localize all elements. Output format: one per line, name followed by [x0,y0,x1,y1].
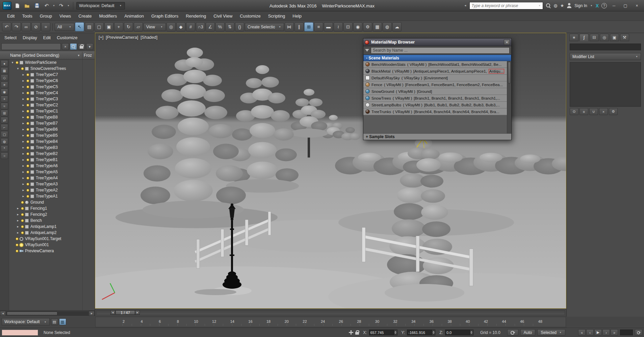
open-file-icon[interactable] [23,2,31,10]
x-coordinate-field[interactable] [369,330,397,335]
scene-tree-row[interactable]: ► TreeTypeA2 [9,187,95,193]
curve-editor-icon[interactable]: ≀ [334,22,343,31]
scene-tree-row[interactable]: ► TreeTypeB5 [9,132,95,138]
scene-tree-row[interactable]: ► TreeTypeA3 [9,181,95,187]
scene-tree-row[interactable]: VRaySun001 [9,242,95,248]
material-map-browser[interactable]: Material/Map Browser × - Scene Materials… [363,38,512,140]
expand-arrow-icon[interactable]: ► [21,134,25,137]
visibility-bulb-icon[interactable] [21,225,24,228]
scene-tree-row[interactable]: ► TreeTypeB8 [9,114,95,120]
scene-tree-row[interactable]: ► AntiqueLamp1 [9,224,95,230]
tab-display[interactable]: ▣ [610,34,619,41]
visibility-bulb-icon[interactable] [26,98,29,101]
visibility-bulb-icon[interactable] [26,122,29,125]
display-xrefs-icon[interactable]: ⇄ [1,117,8,124]
visibility-bulb-icon[interactable] [26,134,29,137]
key-filter-dropdown[interactable]: Selected ▾ [537,329,565,336]
selection-lock-icon[interactable] [355,332,359,335]
scene-tree-row[interactable]: ► TreeTypeB1 [9,157,95,163]
auto-key-button[interactable]: Auto [520,329,536,336]
selection-filter-dropdown[interactable]: All ▾ [55,23,74,31]
display-hidden-icon[interactable]: ○ [1,152,8,159]
menu-item[interactable]: Scripting [264,12,289,20]
display-cameras-icon[interactable]: ◉ [1,88,8,95]
menu-item[interactable]: Modifiers [95,12,121,20]
render-production-icon[interactable]: ◍ [383,22,392,31]
material-row[interactable]: BlackMetal ( VRayMtl ) [AntiqueLampPiece… [363,68,511,75]
align-icon[interactable]: ∥ [294,22,304,31]
current-frame-field[interactable] [620,330,633,335]
expand-arrow-icon[interactable]: ► [21,92,25,95]
redo-icon[interactable]: ↷ [12,22,21,31]
material-row[interactable]: SnowTrees ( VRayMtl ) [Branch1, Branch1,… [363,95,511,102]
scene-tree-row[interactable]: ► Fencing2 [9,211,95,217]
visibility-bulb-icon[interactable] [26,140,29,143]
exchange-apps-icon[interactable]: X [596,3,599,8]
visibility-bulb-icon[interactable] [26,195,29,198]
name-column-header[interactable]: Name (Sorted Descending) ▼ [0,52,82,59]
visibility-bulb-icon[interactable] [21,231,24,234]
display-lights-icon[interactable]: ☀ [1,81,8,88]
scene-tree-row[interactable]: ► TreeTypeB2 [9,151,95,157]
minimize-button[interactable]: ─ [610,2,618,9]
scene-tree-row[interactable]: ► AntiqueLamp2 [9,230,95,236]
scene-tree-row[interactable]: ► TreeTypeC1 [9,108,95,114]
expand-arrow-icon[interactable]: ► [21,158,25,161]
time-slider-track[interactable]: ◄ 1 / 47 ► [96,310,565,315]
tab-hierarchy[interactable]: ⊟ [590,34,599,41]
schematic-view-icon[interactable]: ⊡ [343,22,353,31]
scene-tree-row[interactable]: ► TreeTypeC3 [9,96,95,102]
menu-item[interactable]: Rendering [182,12,210,20]
spinner-snap-icon[interactable]: ⇅ [225,22,234,31]
render-setup-icon[interactable]: ⚙ [363,22,372,31]
visibility-bulb-icon[interactable] [26,189,29,192]
close-icon[interactable]: × [504,40,510,45]
named-selection-set-dropdown[interactable]: Create Selection S ▾ [245,23,284,31]
display-groups-icon[interactable]: ⊞ [1,110,8,116]
scene-tree-row[interactable]: ► TreeTypeA6 [9,163,95,169]
scene-tree-row[interactable]: ► TreeTypeC5 [9,84,95,90]
scene-tree-row[interactable]: Ground [9,199,95,205]
sample-slots-header[interactable]: + Sample Slots [363,133,511,140]
expand-arrow-icon[interactable]: ► [21,128,25,131]
expand-arrow-icon[interactable]: ► [21,189,25,192]
tab-modify[interactable]: ∫ [579,34,589,41]
expand-arrow-icon[interactable]: ► [16,231,20,234]
angle-snap-icon[interactable]: ∠ [206,22,215,31]
display-containers-icon[interactable]: ▢ [1,131,8,138]
menu-item[interactable]: Graph Editors [148,12,182,20]
frozen-column-header[interactable]: Froz [82,52,95,59]
viewport-pov-menu[interactable]: [PreviewCamera] [106,35,138,40]
menu-item[interactable]: Edit [3,12,18,20]
expand-arrow-icon[interactable]: ▼ [16,67,20,70]
visibility-bulb-icon[interactable] [26,128,29,131]
infocenter-search-input[interactable] [471,3,538,8]
snaps-toggle-3d-icon[interactable]: ∩3 [196,22,205,31]
filter-icon[interactable] [365,49,369,52]
favorites-star-icon[interactable]: ★ [560,3,564,8]
material-row[interactable]: Fence ( VRayMtl ) [FenceBeam1, FenceBeam… [363,81,511,88]
toggle-ribbon-icon[interactable]: ▬ [324,22,333,31]
tab-create[interactable]: ∗ [569,34,578,41]
menu-item[interactable]: Civil View [210,12,236,20]
layer-explorer-toggle-icon[interactable]: ▥ [59,318,66,325]
modifier-stack[interactable] [570,62,641,107]
use-pivot-point-icon[interactable]: ◎ [166,22,176,31]
expand-arrow-icon[interactable]: ► [16,225,20,228]
display-space-warps-icon[interactable]: ≈ [1,103,8,109]
explorer-options-dropdown[interactable]: ▾ [86,43,93,50]
track-bar[interactable]: 2468101214161820222426283032343638404244… [95,317,566,327]
expand-arrow-icon[interactable]: ► [21,164,25,167]
visibility-bulb-icon[interactable] [26,79,29,82]
menu-item[interactable]: Create [75,12,95,20]
visibility-bulb-icon[interactable] [21,207,24,210]
expand-arrow-icon[interactable]: ► [21,79,25,82]
visibility-bulb-icon[interactable] [16,61,19,64]
explorer-menu-item[interactable]: Edit [40,34,54,41]
scene-tree-row[interactable]: ► Bench [9,217,95,224]
y-coordinate-input[interactable] [407,330,432,335]
scene-tree[interactable]: ▼ WinterParkScene ▼ SnowCoveredTrees ► [9,59,95,310]
next-frame-icon[interactable]: › [602,329,610,336]
visibility-bulb-icon[interactable] [26,110,29,113]
expand-arrow-icon[interactable]: ► [21,171,25,174]
